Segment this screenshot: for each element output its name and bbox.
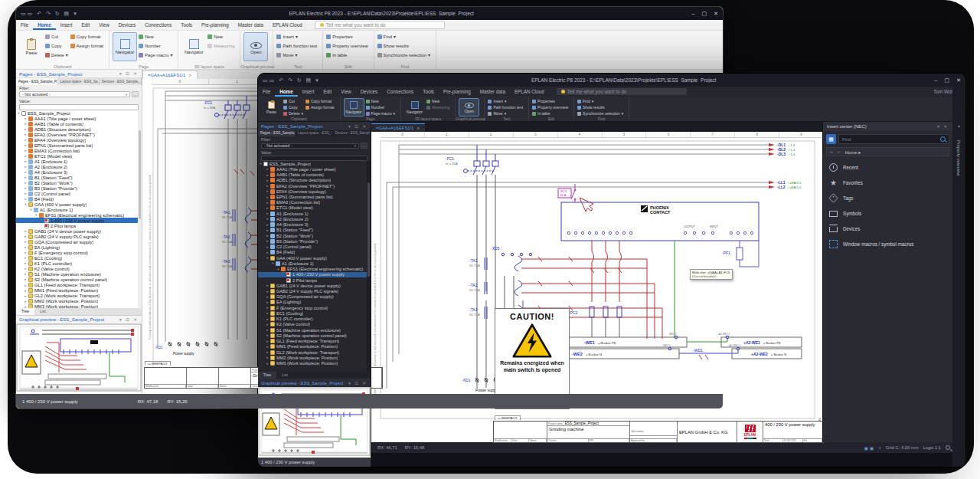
- close-tab-icon[interactable]: ✕: [188, 73, 191, 77]
- cut-button[interactable]: Cut: [283, 98, 303, 104]
- tab-pre-planning[interactable]: Pre-planning: [439, 87, 475, 97]
- tree-expander[interactable]: ▸: [23, 181, 28, 185]
- page-macro-button[interactable]: Page macro ▾: [139, 51, 172, 60]
- page-number-button[interactable]: Number: [139, 41, 172, 51]
- tree-item[interactable]: ▸ EA (Lighting): [258, 300, 371, 305]
- tab-tools[interactable]: Tools: [418, 87, 439, 97]
- pages-panel-header[interactable]: Pages - ESS_Sample_Project▾ ⊡ ✕: [16, 70, 142, 78]
- tree-item[interactable]: ▸ EPN1 (Summarized parts list): [258, 194, 371, 199]
- tree-item[interactable]: ▸ GL1 (Feed workpiece: Transport): [258, 339, 371, 344]
- tree-expander[interactable]: ▸: [265, 179, 270, 182]
- tree-item[interactable]: ▸ B4 (Field): [16, 196, 142, 202]
- tree-scrollbar[interactable]: [367, 161, 371, 372]
- tree-expander[interactable]: ▸: [265, 311, 270, 315]
- copy-format-button[interactable]: Copy format: [70, 32, 103, 41]
- tree-expander[interactable]: ▸: [23, 267, 28, 271]
- tree-item[interactable]: ▸ B3 (Station "Provide"): [258, 238, 371, 244]
- path-function-text-button[interactable]: Path function text: [276, 41, 317, 51]
- tree-expander[interactable]: ▸: [23, 284, 28, 287]
- tree-item[interactable]: ▸ GAB1 (24 V device power supply): [258, 283, 371, 288]
- close-tab-icon[interactable]: ✕: [416, 126, 420, 130]
- tree-expander[interactable]: ▸: [23, 197, 28, 201]
- tree-expander[interactable]: ▸: [265, 345, 270, 349]
- tree-item[interactable]: ▸ GQA (Compressed air supply): [16, 239, 142, 244]
- panel-header-icons[interactable]: ▾ ⊡ ✕: [348, 381, 368, 385]
- tree-item[interactable]: ▸ S1 (Machine operation enclosure): [258, 327, 371, 333]
- tree-item[interactable]: ▸ EFA2 (Overview "PROFINET"): [16, 132, 142, 137]
- tree-expander[interactable]: ▸: [265, 350, 270, 354]
- dock-tab-layout-space[interactable]: Layout space - ESS_Sa...: [58, 78, 100, 85]
- property-overview-vertical-tab[interactable]: Property overview: [956, 140, 961, 176]
- insert-center-item-devices[interactable]: Devices: [823, 221, 952, 236]
- graphical-preview-header[interactable]: Graphical preview - ESS_Sample_Project▾ …: [258, 379, 371, 387]
- tree-item[interactable]: ▸ A2 (Enclosure 2): [16, 164, 142, 169]
- tab-home[interactable]: Home: [33, 20, 56, 30]
- copy-button[interactable]: Copy: [45, 41, 68, 51]
- value-input[interactable]: [19, 104, 139, 110]
- tree-expander[interactable]: ▾: [270, 261, 276, 265]
- find-button[interactable]: Find ▾: [577, 98, 623, 104]
- dock-tab-pages[interactable]: Pages - ESS_Sample_P...: [16, 78, 58, 85]
- tab-view[interactable]: View: [336, 87, 356, 97]
- page-number-button[interactable]: Number: [366, 104, 395, 110]
- preview-open-button[interactable]: Open: [243, 32, 268, 61]
- tree-item[interactable]: ▸ MM1 (Feed workpiece: Position): [258, 344, 371, 349]
- insert-center-breadcrumb[interactable]: ⌂←Home ▸: [826, 147, 949, 156]
- 3d-new-button[interactable]: New: [207, 32, 234, 41]
- tree-expander[interactable]: ▸: [265, 167, 270, 171]
- maximize-button[interactable]: ▢: [702, 11, 707, 16]
- tree-expander[interactable]: ▸: [23, 170, 28, 174]
- tree-item[interactable]: ▸ C2 (Control panel): [258, 244, 371, 250]
- tree-expander[interactable]: ▸: [23, 256, 28, 260]
- tree-item[interactable]: ▸ B3 (Station "Provide"): [16, 185, 142, 191]
- tree-expander[interactable]: ▸: [265, 356, 270, 359]
- tree-expander[interactable]: ▸: [265, 300, 270, 304]
- tree-item[interactable]: ▸ A2 (Enclosure 2): [258, 216, 371, 221]
- minimize-button[interactable]: –: [692, 11, 695, 16]
- measuring-button[interactable]: Measuring: [207, 41, 234, 51]
- tree-item[interactable]: ▸ B2 (Station "Work"): [16, 180, 142, 185]
- tree-item[interactable]: ▾ A1 (Enclosure 1): [258, 261, 371, 266]
- titlebar[interactable]: ▭▭ ↶ ↷ ↻ ▤ ▾ EPLAN Electric P8 2023 - E:…: [16, 7, 723, 20]
- copy-format-button[interactable]: Copy format: [305, 98, 335, 104]
- move-button[interactable]: Move ▾: [276, 51, 317, 60]
- tree-item[interactable]: ▸ S2 (Machine operation control panel): [16, 277, 142, 282]
- tree-expander[interactable]: ▸: [265, 295, 270, 299]
- tree-expander[interactable]: ▸: [265, 201, 270, 205]
- tree-item[interactable]: ▾ EFS1 (Electrical engineering schematic…: [16, 212, 142, 218]
- tree-expander[interactable]: ▸: [23, 133, 28, 136]
- tree-expander[interactable]: ▸: [23, 176, 28, 179]
- close-button[interactable]: ✕: [956, 77, 961, 83]
- tree-expander[interactable]: ▸: [23, 116, 28, 120]
- tree-expander[interactable]: ▸: [265, 317, 270, 321]
- tree-item[interactable]: 1 400 / 230 V power supply: [16, 218, 142, 223]
- tree-expander[interactable]: ▾: [16, 111, 21, 115]
- maximize-button[interactable]: ▢: [945, 77, 950, 83]
- tree-expander[interactable]: ▸: [23, 261, 28, 265]
- properties-button[interactable]: Properties: [326, 32, 368, 41]
- find-button[interactable]: Find ▾: [377, 32, 430, 41]
- tree-expander[interactable]: ▸: [23, 159, 28, 163]
- tree-item[interactable]: ▸ GL1 (Feed workpiece: Transport): [16, 283, 142, 288]
- tree-item[interactable]: ▾ GAA (400 V power supply): [16, 202, 142, 207]
- tree-expander[interactable]: ▸: [265, 217, 270, 221]
- tree-expander[interactable]: ▸: [265, 223, 270, 227]
- tree-expander[interactable]: ▸: [265, 340, 270, 343]
- graphical-preview-header[interactable]: Graphical preview - ESS_Sample_Project▾ …: [16, 315, 142, 323]
- back-icon[interactable]: ←: [837, 149, 841, 154]
- tab-master-data[interactable]: Master data: [475, 87, 510, 97]
- preview-open-button[interactable]: Open: [459, 98, 479, 116]
- tree-expander[interactable]: ▸: [265, 251, 270, 254]
- tree-expander[interactable]: ▸: [265, 184, 270, 188]
- tree-item[interactable]: ▸ K2 (Valve control): [258, 322, 371, 327]
- tree-expander[interactable]: ▸: [265, 239, 270, 243]
- tree-item[interactable]: ▸ EFA2 (Overview "PROFINET"): [258, 183, 371, 189]
- tree-item[interactable]: ▸ S1 (Machine operation enclosure): [16, 271, 142, 277]
- tree-scrollbar[interactable]: [138, 110, 142, 308]
- tree-item[interactable]: ▸ EA (Lighting): [16, 244, 142, 250]
- paste-button[interactable]: Paste: [19, 32, 44, 61]
- cut-button[interactable]: Cut: [45, 32, 68, 41]
- tree-item[interactable]: ▸ A1 (Enclosure 1): [258, 211, 371, 216]
- tree-item[interactable]: ▸ A4 (Enclosure 3): [16, 169, 142, 175]
- pages-panel-header[interactable]: Pages - ESS_Sample_Project▾ ⊡ ✕: [258, 122, 371, 130]
